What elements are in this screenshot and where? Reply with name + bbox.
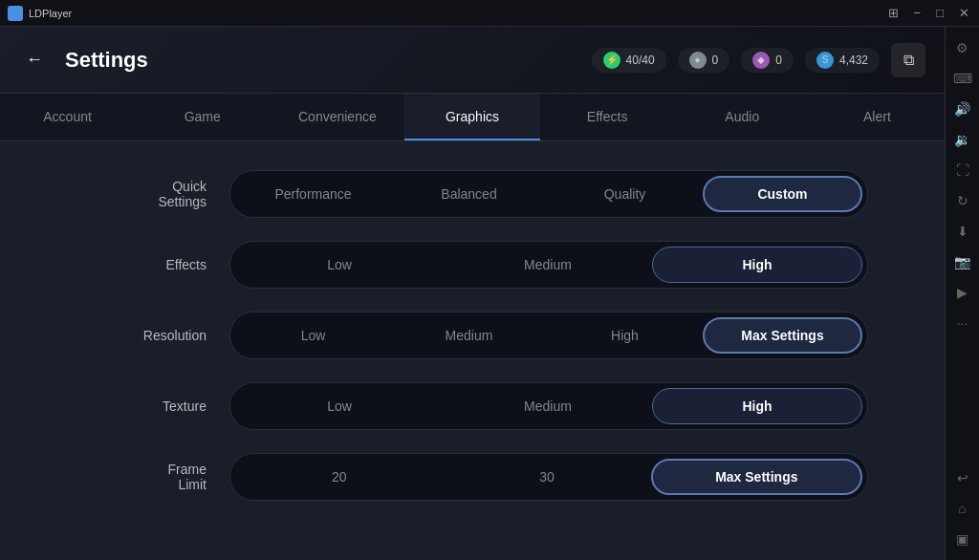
recent-icon[interactable]: ▣ (949, 526, 976, 552)
close-btn[interactable]: ✕ (957, 6, 971, 20)
back-button[interactable]: ← (19, 45, 50, 75)
coins-stat: S 4,432 (805, 48, 880, 73)
frame-30-btn[interactable]: 30 (443, 459, 650, 495)
texture-high-btn[interactable]: High (652, 388, 862, 424)
app-name: LDPlayer (29, 8, 72, 19)
maximize-btn[interactable]: □ (934, 6, 946, 20)
right-sidebar: ⚙ ⌨ 🔊 🔉 ⛶ ↻ ⬇ 📷 ▶ ··· ↩ ⌂ ▣ (945, 27, 979, 560)
resolution-options: Low Medium High Max Settings (229, 312, 868, 359)
energy-stat: ⚡ 40/40 (592, 48, 666, 73)
energy-value: 40/40 (626, 54, 655, 67)
coins-value: 4,432 (839, 54, 868, 67)
title-bar-left: LDPlayer (8, 6, 72, 21)
frame-limit-options: 20 30 Max Settings (229, 453, 868, 501)
settings-icon[interactable]: ⚙ (949, 34, 976, 61)
resolution-high-btn[interactable]: High (547, 317, 703, 354)
more-icon[interactable]: ··· (949, 310, 976, 336)
frame-limit-row: Frame Limit 20 30 Max Settings (76, 453, 868, 501)
resolution-max-btn[interactable]: Max Settings (703, 317, 862, 354)
moon-stat: ● 0 (678, 48, 730, 73)
screenshot-icon[interactable]: 📷 (949, 248, 976, 275)
coins-icon: S (816, 52, 834, 69)
play-icon[interactable]: ▶ (949, 279, 976, 306)
gem-value: 0 (775, 54, 782, 67)
keyboard-icon[interactable]: ⌨ (949, 65, 976, 92)
performance-btn[interactable]: Performance (235, 176, 391, 212)
moon-icon: ● (689, 52, 707, 69)
fullscreen-icon[interactable]: ⛶ (949, 157, 976, 183)
custom-btn[interactable]: Custom (703, 176, 862, 212)
effects-low-btn[interactable]: Low (235, 247, 444, 283)
quick-settings-options: Performance Balanced Quality Custom (229, 170, 868, 218)
volume-up-icon[interactable]: 🔊 (949, 96, 976, 122)
quick-settings-label: Quick Settings (76, 179, 229, 209)
settings-content: Quick Settings Performance Balanced Qual… (0, 141, 945, 560)
energy-icon: ⚡ (603, 52, 620, 69)
nav-tabs: Account Game Convenience Graphics Effect… (0, 94, 945, 141)
texture-options: Low Medium High (229, 382, 868, 430)
header: ← Settings ⚡ 40/40 ● 0 ◆ 0 S 4,432 (0, 27, 945, 94)
moon-value: 0 (712, 54, 719, 67)
main-layout: ← Settings ⚡ 40/40 ● 0 ◆ 0 S 4,432 (0, 27, 979, 560)
texture-label: Texture (76, 398, 229, 414)
tab-game[interactable]: Game (135, 94, 270, 140)
content-area: ← Settings ⚡ 40/40 ● 0 ◆ 0 S 4,432 (0, 27, 945, 560)
volume-down-icon[interactable]: 🔉 (949, 126, 976, 153)
resolution-low-btn[interactable]: Low (235, 317, 391, 354)
quality-btn[interactable]: Quality (547, 176, 703, 212)
minimize-btn[interactable]: − (912, 6, 924, 20)
page-title: Settings (65, 48, 148, 73)
tab-account[interactable]: Account (0, 94, 135, 140)
texture-low-btn[interactable]: Low (235, 388, 444, 424)
frame-20-btn[interactable]: 20 (235, 459, 443, 495)
gamepad-btn[interactable]: ⊞ (886, 6, 901, 20)
header-stats: ⚡ 40/40 ● 0 ◆ 0 S 4,432 ⧉ (592, 43, 925, 77)
tab-alert[interactable]: Alert (810, 94, 945, 140)
title-bar: LDPlayer ⊞ − □ ✕ (0, 0, 979, 27)
balanced-btn[interactable]: Balanced (391, 176, 547, 212)
rotate-icon[interactable]: ↻ (949, 187, 976, 214)
tab-convenience[interactable]: Convenience (270, 94, 404, 140)
texture-row: Texture Low Medium High (76, 382, 868, 430)
texture-medium-btn[interactable]: Medium (444, 388, 652, 424)
effects-high-btn[interactable]: High (652, 247, 862, 283)
effects-row: Effects Low Medium High (76, 241, 868, 289)
tab-graphics[interactable]: Graphics (404, 94, 539, 140)
effects-options: Low Medium High (229, 241, 868, 289)
home-icon[interactable]: ⌂ (949, 495, 976, 522)
effects-medium-btn[interactable]: Medium (444, 247, 652, 283)
tab-audio[interactable]: Audio (675, 94, 810, 140)
tab-effects[interactable]: Effects (540, 94, 675, 140)
copy-button[interactable]: ⧉ (891, 43, 925, 77)
import-icon[interactable]: ⬇ (949, 218, 976, 245)
resolution-row: Resolution Low Medium High Max Settings (76, 312, 868, 359)
frame-limit-label: Frame Limit (76, 462, 229, 492)
resolution-label: Resolution (76, 328, 229, 343)
title-bar-controls: ⊞ − □ ✕ (886, 6, 971, 20)
app-logo (8, 6, 23, 21)
back-icon[interactable]: ↩ (949, 464, 976, 491)
gem-stat: ◆ 0 (741, 48, 794, 73)
quick-settings-row: Quick Settings Performance Balanced Qual… (76, 170, 868, 218)
gem-icon: ◆ (752, 52, 770, 69)
frame-max-btn[interactable]: Max Settings (651, 459, 862, 495)
effects-label: Effects (76, 257, 229, 272)
resolution-medium-btn[interactable]: Medium (391, 317, 547, 354)
